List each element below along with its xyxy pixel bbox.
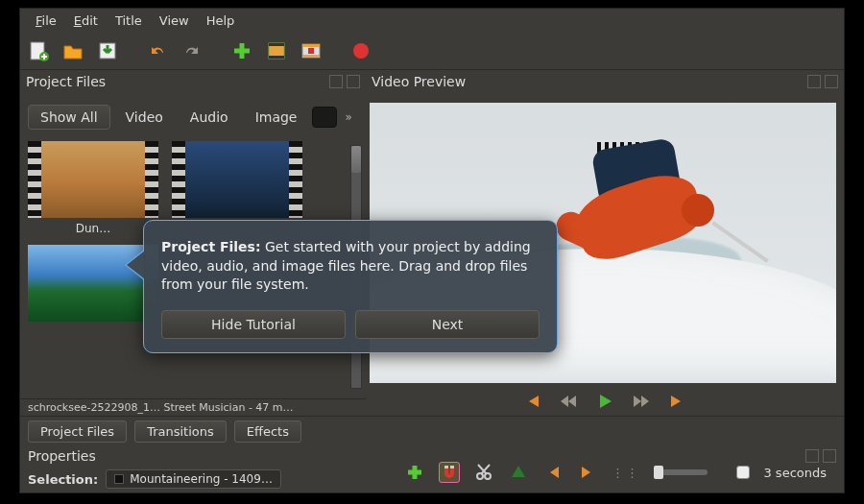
redo-icon	[180, 39, 204, 62]
zoom-slider[interactable]	[654, 469, 708, 475]
timeline-add-button[interactable]	[404, 462, 425, 483]
play-button[interactable]	[595, 392, 614, 411]
film-cut-icon	[300, 40, 322, 61]
filter-image[interactable]: Image	[244, 106, 309, 129]
filmstrip-icon	[266, 40, 287, 61]
svg-rect-11	[444, 466, 448, 468]
project-filter-tabs: Show All Video Audio Image »	[20, 99, 366, 135]
tab-effects[interactable]: Effects	[234, 420, 301, 443]
panel-controls	[329, 75, 360, 88]
scroll-thumb[interactable]	[351, 146, 361, 173]
panel-undock-icon[interactable]	[807, 75, 821, 88]
svg-rect-4	[269, 43, 284, 46]
filter-overflow-icon[interactable]: »	[341, 110, 351, 124]
filter-audio[interactable]: Audio	[179, 106, 240, 129]
truncated-filenames: schrocksee-2522908_1… Street Musician - …	[20, 398, 366, 416]
thumb-item[interactable]: Dun…	[26, 141, 160, 235]
snap-button[interactable]	[439, 462, 460, 483]
filter-video[interactable]: Video	[114, 106, 175, 129]
menu-title[interactable]: Title	[108, 12, 150, 30]
thumb-video-icon	[172, 141, 302, 218]
forward-button[interactable]	[632, 392, 651, 411]
panel-undock-icon[interactable]	[329, 75, 343, 88]
redo-button[interactable]	[178, 36, 206, 65]
tab-transitions[interactable]: Transitions	[134, 420, 227, 443]
record-icon	[350, 40, 372, 61]
properties-title: Properties	[28, 448, 96, 464]
marker-button[interactable]	[508, 462, 529, 483]
selection-label: Selection:	[28, 472, 98, 487]
panel-controls	[807, 75, 838, 88]
selection-value: Mountaineering - 1409…	[130, 472, 273, 486]
hide-tutorial-button[interactable]: Hide Tutorial	[161, 310, 346, 339]
tutorial-heading: Project Files:	[161, 239, 261, 254]
skip-end-button[interactable]	[668, 392, 687, 411]
project-files-title-bar: Project Files	[20, 70, 366, 93]
svg-point-10	[353, 43, 369, 59]
svg-rect-8	[302, 55, 320, 58]
panel-close-icon[interactable]	[825, 75, 838, 88]
filmstrip-button[interactable]	[262, 36, 291, 65]
tutorial-text: Project Files: Get started with your pro…	[161, 238, 540, 295]
skip-start-button[interactable]	[522, 392, 541, 411]
next-tutorial-button[interactable]: Next	[355, 310, 540, 339]
filter-extra[interactable]	[312, 107, 337, 128]
save-icon	[96, 39, 119, 62]
scissors-icon	[474, 463, 493, 482]
svg-rect-12	[450, 466, 454, 468]
selection-combo[interactable]: Mountaineering - 1409…	[106, 469, 281, 489]
combo-swatch-icon	[114, 474, 124, 484]
slider-knob[interactable]	[654, 466, 663, 479]
tutorial-popup: Project Files: Get started with your pro…	[143, 220, 558, 353]
add-clip-button[interactable]	[228, 36, 256, 65]
open-file-button[interactable]	[59, 36, 87, 65]
new-file-icon	[27, 39, 50, 62]
prev-marker-button[interactable]	[542, 462, 564, 483]
filter-show-all[interactable]: Show All	[28, 105, 110, 130]
project-files-title: Project Files	[26, 74, 106, 89]
svg-rect-5	[269, 56, 284, 59]
svg-rect-7	[302, 44, 320, 47]
plus-icon	[231, 40, 252, 61]
film-cut-button[interactable]	[297, 36, 325, 65]
menu-view[interactable]: View	[152, 12, 197, 30]
marker-icon	[510, 464, 527, 481]
menubar: File Edit Title View Help	[20, 9, 844, 32]
duration-checkbox[interactable]	[736, 466, 750, 479]
rewind-button[interactable]	[559, 392, 578, 411]
timeline-tools: ⋮⋮ 3 seconds	[404, 458, 827, 487]
record-button[interactable]	[347, 36, 375, 65]
grip-icon[interactable]: ⋮⋮	[612, 466, 640, 480]
preview-frame-content	[538, 125, 768, 288]
thumb-label: Dun…	[76, 222, 110, 235]
playback-controls	[366, 387, 844, 416]
open-folder-icon	[61, 39, 84, 62]
bottom-tabs: Project Files Transitions Effects	[20, 416, 844, 446]
preview-title-bar: Video Preview	[366, 70, 844, 93]
thumb-video-icon	[28, 141, 158, 218]
menu-file[interactable]: File	[28, 12, 64, 30]
next-marker-button[interactable]	[577, 462, 598, 483]
undo-button[interactable]	[143, 36, 172, 65]
razor-button[interactable]	[473, 462, 494, 483]
main-toolbar	[20, 32, 844, 70]
tab-project-files[interactable]: Project Files	[28, 420, 127, 443]
magnet-icon	[440, 463, 459, 482]
save-file-button[interactable]	[93, 36, 122, 65]
menu-edit[interactable]: Edit	[66, 12, 106, 30]
new-file-button[interactable]	[24, 36, 53, 65]
app-window: File Edit Title View Help	[19, 8, 845, 493]
menu-help[interactable]: Help	[199, 12, 243, 30]
panel-close-icon[interactable]	[347, 75, 360, 88]
duration-label: 3 seconds	[763, 466, 827, 480]
preview-title: Video Preview	[372, 74, 466, 89]
svg-rect-9	[308, 48, 314, 54]
undo-icon	[146, 39, 169, 62]
